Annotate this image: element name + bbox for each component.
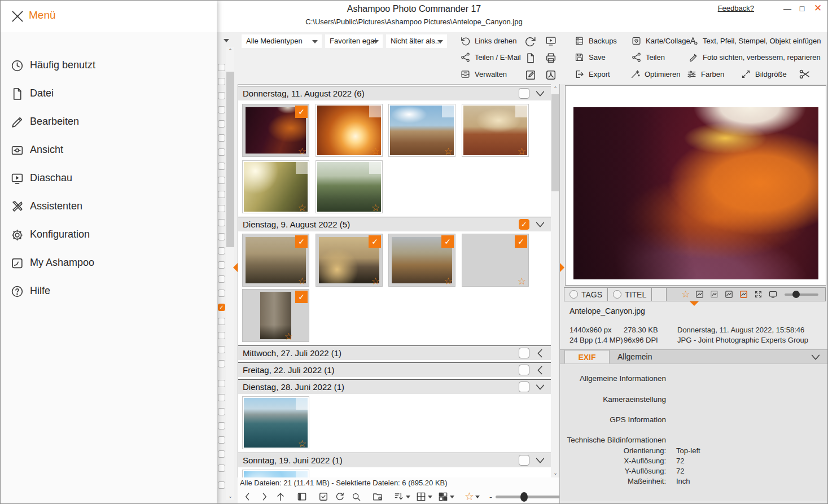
scroll-up-icon[interactable]: ⌃ bbox=[226, 47, 234, 55]
sort-dropdown[interactable] bbox=[393, 491, 410, 502]
preview-zoom-knob[interactable] bbox=[792, 291, 800, 298]
media-type-dropdown[interactable]: Alle Medientypen bbox=[242, 34, 322, 48]
group-header-3[interactable]: Mittwoch, 27. Juli 2022 (1) bbox=[238, 345, 551, 360]
chevron-down-icon[interactable] bbox=[534, 218, 546, 231]
preview-area[interactable] bbox=[565, 85, 826, 286]
row-checkbox[interactable] bbox=[218, 422, 225, 430]
sidebar-item-diaschau[interactable]: Diaschau bbox=[1, 164, 217, 192]
fullscreen-icon[interactable] bbox=[753, 290, 763, 299]
favorites-dropdown[interactable]: Favoriten egal bbox=[325, 34, 383, 48]
row-checkbox[interactable] bbox=[218, 177, 225, 184]
new-folder-button[interactable] bbox=[372, 491, 383, 502]
selected-checkbox[interactable]: ✓ bbox=[515, 235, 527, 248]
star-icon[interactable]: ☆ bbox=[681, 290, 690, 299]
monitor-icon[interactable] bbox=[768, 290, 778, 299]
row-checkbox[interactable] bbox=[218, 394, 225, 401]
close-button[interactable]: ✕ bbox=[812, 3, 824, 14]
row-checkbox[interactable] bbox=[218, 275, 225, 283]
save-button[interactable]: Save bbox=[574, 52, 606, 63]
strip-dropdown-button[interactable] bbox=[222, 37, 232, 45]
pdf-button[interactable] bbox=[545, 69, 557, 81]
colors-button[interactable]: Farben bbox=[686, 69, 724, 80]
rotate-right-button[interactable] bbox=[524, 35, 537, 47]
row-checkbox[interactable] bbox=[218, 261, 225, 269]
sidebar-item-datei[interactable]: Datei bbox=[1, 80, 217, 108]
hover-checkbox-area[interactable] bbox=[296, 471, 308, 477]
row-checkbox[interactable] bbox=[218, 92, 225, 99]
exif-section-general[interactable]: Allgemeine Informationen bbox=[580, 374, 666, 383]
fit-height-icon[interactable] bbox=[724, 290, 734, 299]
star-icon[interactable]: ☆ bbox=[518, 275, 526, 287]
group-header-5[interactable]: Dienstag, 28. Juni 2022 (1) bbox=[238, 379, 551, 394]
tags-radio-button[interactable]: TAGS bbox=[564, 288, 608, 301]
thumbnail-tent-sunrise[interactable]: ☆ bbox=[242, 160, 309, 213]
menu-title[interactable]: Menü bbox=[29, 9, 56, 21]
chevron-down-icon[interactable] bbox=[534, 87, 546, 100]
zoom-search-button[interactable] bbox=[351, 491, 362, 502]
tab-allgemein[interactable]: Allgemein bbox=[617, 350, 652, 364]
backups-button[interactable]: Backups bbox=[574, 36, 617, 46]
export-button[interactable]: Export bbox=[574, 69, 610, 80]
group-header-4[interactable]: Freitag, 22. Juli 2022 (1) bbox=[238, 362, 551, 377]
sidebar-item-haeufig-benutzt[interactable]: Häufig benutzt bbox=[1, 51, 217, 80]
new-file-button[interactable] bbox=[524, 52, 537, 64]
hover-checkbox-area[interactable] bbox=[442, 106, 454, 117]
chevron-down-icon[interactable] bbox=[534, 381, 546, 393]
share-button[interactable]: Teilen bbox=[631, 52, 665, 63]
row-checkbox[interactable] bbox=[218, 332, 225, 339]
exif-section-gps[interactable]: GPS Information bbox=[610, 415, 666, 424]
thumbnail-manarola-night[interactable]: ✓ ☆ bbox=[462, 234, 529, 287]
select-mode-button[interactable] bbox=[318, 491, 329, 502]
star-icon[interactable]: ☆ bbox=[371, 202, 380, 214]
group-header-1[interactable]: Donnerstag, 11. August 2022 (6) bbox=[238, 86, 551, 100]
group-checkbox[interactable] bbox=[519, 365, 529, 375]
card-collage-button[interactable]: Karte/Collage bbox=[631, 36, 690, 46]
row-checkbox[interactable] bbox=[218, 64, 225, 71]
titel-radio-button[interactable]: TITEL bbox=[608, 288, 652, 301]
row-checkbox[interactable] bbox=[218, 78, 225, 85]
group-header-6[interactable]: Sonntag, 19. Juni 2022 (1) bbox=[238, 453, 551, 467]
scroll-down-icon[interactable]: ⌄ bbox=[226, 492, 234, 500]
thumbnail-antelope-canyon[interactable]: ✓ ☆ bbox=[242, 104, 309, 157]
zoom-out-label[interactable]: - bbox=[489, 492, 492, 502]
strip-scrollbar[interactable]: ⌃ ⌄ bbox=[226, 47, 234, 500]
thumbnail-florence-bridge[interactable]: ✓ ☆ bbox=[388, 234, 455, 287]
sidebar-item-assistenten[interactable]: Assistenten bbox=[1, 192, 217, 221]
row-checkbox[interactable] bbox=[218, 163, 225, 170]
fit-width-icon[interactable] bbox=[709, 290, 719, 299]
next-button[interactable] bbox=[259, 491, 270, 502]
print-button[interactable] bbox=[545, 52, 557, 64]
collapse-right-handle[interactable] bbox=[560, 263, 564, 272]
chevron-left-icon[interactable] bbox=[534, 347, 546, 360]
star-icon[interactable]: ☆ bbox=[371, 146, 380, 157]
row-checkbox[interactable] bbox=[218, 106, 225, 113]
zoom-slider-knob[interactable] bbox=[520, 492, 528, 502]
star-icon[interactable]: ☆ bbox=[298, 202, 306, 214]
row-checkbox[interactable] bbox=[218, 247, 225, 255]
row-checkbox[interactable] bbox=[218, 464, 225, 472]
row-checkbox[interactable] bbox=[218, 148, 225, 156]
row-checkbox[interactable] bbox=[218, 450, 225, 458]
slideshow-button[interactable] bbox=[545, 35, 557, 47]
favorites-filter-dropdown[interactable]: ☆ bbox=[465, 492, 480, 502]
thumbnail-blue-sky[interactable] bbox=[242, 470, 309, 477]
group-header-2[interactable]: Dienstag, 9. August 2022 (5) ✓ bbox=[238, 217, 551, 231]
row-checkbox[interactable] bbox=[218, 318, 225, 325]
row-checkbox[interactable] bbox=[218, 233, 225, 240]
group-checkbox[interactable] bbox=[519, 348, 529, 358]
scroll-up-icon[interactable]: ⌃ bbox=[551, 85, 559, 93]
optimize-button[interactable]: Optimieren bbox=[630, 69, 681, 80]
row-checkbox[interactable] bbox=[218, 290, 225, 297]
row-checkbox[interactable] bbox=[218, 380, 225, 387]
rotate-left-button[interactable]: Links drehen bbox=[460, 36, 516, 46]
exif-section-camera[interactable]: Kameraeinstellung bbox=[603, 395, 666, 404]
group-checkbox[interactable] bbox=[519, 88, 529, 99]
age-filter-dropdown[interactable]: Nicht älter als... bbox=[386, 34, 447, 48]
selected-checkbox[interactable]: ✓ bbox=[295, 106, 308, 118]
star-icon[interactable]: ☆ bbox=[298, 438, 306, 450]
thumbnail-venice-gondolas[interactable]: ✓ ☆ bbox=[242, 234, 309, 287]
star-icon[interactable]: ☆ bbox=[444, 146, 453, 157]
insert-objects-button[interactable]: Text, Pfeil, Stempel, Objekt einfügen bbox=[688, 36, 821, 46]
preview-zoom-slider[interactable] bbox=[785, 293, 818, 296]
selected-checkbox[interactable]: ✓ bbox=[369, 235, 381, 248]
